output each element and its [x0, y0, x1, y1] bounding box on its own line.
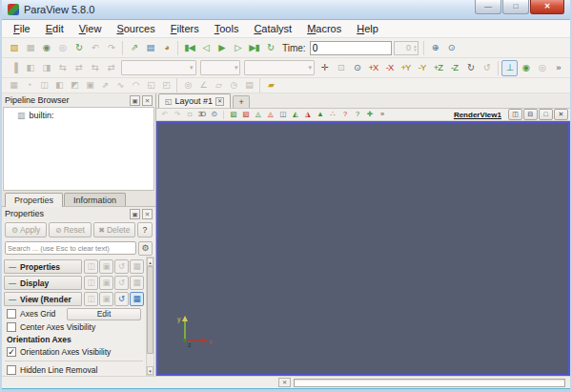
- grow-selection-icon[interactable]: ✚: [363, 110, 376, 120]
- properties-scrollbar[interactable]: ▴ ▾: [146, 257, 154, 376]
- ruler-icon[interactable]: ▰: [263, 79, 278, 93]
- pipeline-item-builtin[interactable]: ▥ builtin:: [4, 108, 153, 120]
- menu-view[interactable]: View: [72, 20, 110, 37]
- section-display[interactable]: —Display: [4, 276, 82, 290]
- menu-help[interactable]: Help: [349, 20, 386, 37]
- split-vertical-button[interactable]: ⊟: [523, 109, 538, 120]
- zoom-to-data-icon[interactable]: ⊕: [427, 40, 443, 56]
- view-minus-y-icon[interactable]: -Y: [414, 60, 430, 76]
- section-view-render[interactable]: —View (Render: [4, 292, 82, 306]
- load-state-icon[interactable]: ⇗: [126, 40, 142, 56]
- orientation-axes-visibility-checkbox[interactable]: ✓: [7, 347, 16, 357]
- load-palette-icon[interactable]: ▤: [142, 40, 158, 56]
- camera-toolbar-overflow-icon[interactable]: »: [550, 60, 566, 76]
- next-frame-icon[interactable]: ▷: [230, 40, 246, 56]
- scrollbar-thumb[interactable]: [147, 266, 153, 354]
- select-cells-polygon-icon[interactable]: ◬: [252, 110, 264, 120]
- color-array-combo: ▾: [121, 60, 196, 75]
- tab-information[interactable]: Information: [64, 193, 126, 206]
- zoom-to-box-icon[interactable]: ⊙: [349, 60, 365, 76]
- menu-sources[interactable]: Sources: [109, 20, 162, 37]
- view-minus-z-icon[interactable]: -Z: [446, 60, 462, 76]
- undock-icon[interactable]: ▣: [130, 95, 140, 106]
- show-center-icon[interactable]: ◉: [518, 60, 534, 76]
- hidden-line-removal-checkbox[interactable]: [7, 365, 16, 375]
- close-button[interactable]: ✕: [530, 0, 564, 14]
- select-cells-query-icon[interactable]: ?: [338, 110, 351, 120]
- view-plus-y-icon[interactable]: +Y: [398, 60, 414, 76]
- scroll-down-icon[interactable]: ▾: [147, 366, 153, 375]
- rotate-90-cw-icon[interactable]: ↻: [462, 60, 479, 76]
- maximize-view-button[interactable]: □: [539, 109, 553, 120]
- previous-frame-icon[interactable]: ◁: [197, 40, 214, 56]
- render-viewport[interactable]: x y z: [156, 121, 570, 376]
- axes-grid-edit-button[interactable]: Edit: [67, 308, 141, 320]
- auto-apply-toggle-icon[interactable]: ↻: [71, 40, 87, 56]
- select-points-polygon-icon[interactable]: ◬: [264, 110, 276, 120]
- open-file-icon[interactable]: ▨: [6, 40, 22, 56]
- main-controls-toolbar: ▨▦◉◎↻↶↷⇗▤◕▮◀◁▶▷▶▮↻ Time: 0 ▴▾ ⊕⊙: [2, 38, 570, 58]
- menu-tools[interactable]: Tools: [207, 20, 247, 37]
- common-filters-toolbar: ▦◔◫◧◩▣⇗∿◠◱◰◎∠▱◷▤▰: [2, 78, 570, 93]
- pipeline-browser-title: Pipeline Browser: [5, 95, 70, 105]
- axes-grid-checkbox[interactable]: [7, 309, 16, 319]
- layout-tab[interactable]: ◱ Layout #1 ✕: [158, 93, 231, 108]
- warp-by-vector-icon: ◠: [128, 79, 143, 93]
- search-options-gear-icon[interactable]: ⚙: [138, 241, 153, 256]
- menu-file[interactable]: File: [6, 20, 38, 37]
- save-defaults-view-icon[interactable]: ▦: [130, 292, 144, 306]
- undock-icon[interactable]: ▣: [130, 209, 140, 219]
- select-points-rect-icon[interactable]: ▧: [239, 110, 252, 120]
- zoom-closest-to-data-icon[interactable]: ⊙: [443, 40, 460, 56]
- menu-macros[interactable]: Macros: [299, 20, 349, 37]
- view-plus-x-icon[interactable]: +X: [365, 60, 381, 76]
- scroll-up-icon[interactable]: ▴: [147, 258, 153, 266]
- split-horizontal-button[interactable]: ◫: [508, 109, 522, 120]
- view-minus-x-icon[interactable]: -X: [381, 60, 398, 76]
- hover-points-icon[interactable]: ∴: [326, 110, 338, 120]
- new-layout-tab-button[interactable]: +: [233, 95, 250, 108]
- color-palette-icon[interactable]: ◕: [158, 40, 174, 56]
- play-icon[interactable]: ▶: [214, 40, 230, 56]
- layout-tab-close-icon[interactable]: ✕: [215, 97, 224, 106]
- interactive-select-cells-icon[interactable]: ◭: [289, 110, 301, 120]
- time-input[interactable]: [310, 41, 392, 55]
- search-input[interactable]: [5, 241, 136, 255]
- search-row: ⚙: [2, 239, 155, 257]
- last-frame-icon[interactable]: ▶▮: [246, 40, 262, 56]
- progress-bar: [294, 379, 565, 387]
- camera-undo-icon: ↶: [158, 110, 171, 120]
- menu-filters[interactable]: Filters: [163, 20, 207, 37]
- abort-progress-button[interactable]: ✕: [278, 378, 291, 387]
- zoom-to-box-view-icon[interactable]: ⊙: [208, 110, 220, 120]
- loop-icon[interactable]: ↻: [262, 40, 278, 56]
- hover-cells-icon[interactable]: ▲: [314, 110, 326, 120]
- center-axes-visibility-checkbox[interactable]: [7, 322, 16, 332]
- section-properties[interactable]: —Properties: [4, 259, 82, 274]
- copy-view-icon: ◫: [84, 292, 98, 306]
- help-button[interactable]: ?: [137, 222, 153, 237]
- first-frame-icon[interactable]: ▮◀: [181, 40, 197, 56]
- select-block-icon[interactable]: ◫: [276, 110, 289, 120]
- close-view-button[interactable]: ✕: [554, 109, 568, 120]
- tab-properties[interactable]: Properties: [5, 193, 63, 207]
- reset-camera-icon[interactable]: ✛: [317, 60, 333, 76]
- view-plus-z-icon[interactable]: +Z: [430, 60, 446, 76]
- menu-edit[interactable]: Edit: [38, 20, 72, 37]
- maximize-button[interactable]: □: [502, 0, 529, 14]
- extract-selection-icon: ▱: [211, 79, 226, 93]
- connect-server-icon[interactable]: ◉: [38, 40, 54, 56]
- orientation-axes-toggle-icon[interactable]: ⊥: [501, 60, 518, 76]
- close-panel-icon[interactable]: ✕: [142, 209, 153, 219]
- interactive-select-points-icon[interactable]: ◮: [301, 110, 314, 120]
- frame-spinbox: 0 ▴▾: [394, 41, 419, 55]
- close-panel-icon[interactable]: ✕: [142, 95, 153, 106]
- minimize-button[interactable]: —: [475, 0, 501, 14]
- menu-catalyst[interactable]: Catalyst: [246, 20, 299, 37]
- interaction-mode-3d-icon[interactable]: 3D: [195, 110, 208, 120]
- select-cells-rect-icon[interactable]: ▧: [227, 110, 239, 120]
- restore-defaults-view-icon[interactable]: ↺: [114, 292, 129, 306]
- view-toolbar-overflow-icon[interactable]: »: [376, 110, 388, 120]
- select-points-query-icon[interactable]: ?: [351, 110, 363, 120]
- titlebar[interactable]: ParaView 5.8.0 — □ ✕: [2, 0, 570, 20]
